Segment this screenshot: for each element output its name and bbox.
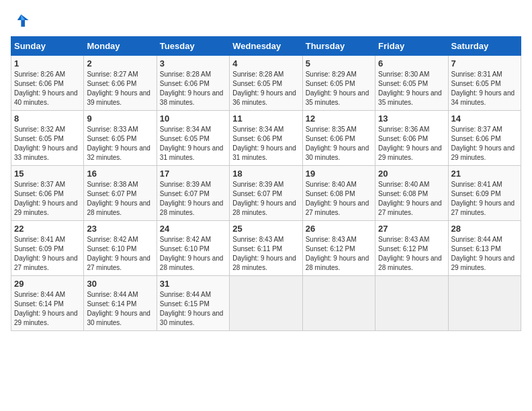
day-number: 24 <box>160 224 226 234</box>
weekday-header-saturday: Saturday <box>448 37 521 56</box>
day-info: Sunrise: 8:31 AMSunset: 6:05 PMDaylight:… <box>451 71 515 106</box>
calendar-cell: 13 Sunrise: 8:36 AMSunset: 6:06 PMDaylig… <box>375 111 448 166</box>
calendar-cell: 25 Sunrise: 8:43 AMSunset: 6:11 PMDaylig… <box>230 221 302 276</box>
calendar-cell: 23 Sunrise: 8:42 AMSunset: 6:10 PMDaylig… <box>84 221 157 276</box>
calendar-cell: 6 Sunrise: 8:30 AMSunset: 6:05 PMDayligh… <box>375 56 448 111</box>
calendar-cell: 2 Sunrise: 8:27 AMSunset: 6:06 PMDayligh… <box>84 56 157 111</box>
calendar-cell: 9 Sunrise: 8:33 AMSunset: 6:05 PMDayligh… <box>84 111 157 166</box>
day-info: Sunrise: 8:27 AMSunset: 6:06 PMDaylight:… <box>87 71 150 106</box>
calendar-week-row: 22 Sunrise: 8:41 AMSunset: 6:09 PMDaylig… <box>11 221 521 276</box>
day-number: 26 <box>306 224 372 234</box>
calendar-cell <box>302 276 375 331</box>
day-info: Sunrise: 8:29 AMSunset: 6:05 PMDaylight:… <box>306 71 369 106</box>
logo-icon <box>11 11 30 30</box>
day-info: Sunrise: 8:30 AMSunset: 6:05 PMDaylight:… <box>378 71 442 106</box>
calendar-week-row: 29 Sunrise: 8:44 AMSunset: 6:14 PMDaylig… <box>11 276 521 331</box>
weekday-header-tuesday: Tuesday <box>157 37 229 56</box>
day-info: Sunrise: 8:43 AMSunset: 6:12 PMDaylight:… <box>378 236 442 271</box>
day-number: 18 <box>232 169 299 179</box>
day-number: 31 <box>160 279 226 289</box>
calendar-cell: 24 Sunrise: 8:42 AMSunset: 6:10 PMDaylig… <box>157 221 229 276</box>
day-info: Sunrise: 8:44 AMSunset: 6:14 PMDaylight:… <box>87 291 150 326</box>
calendar-table: SundayMondayTuesdayWednesdayThursdayFrid… <box>11 36 521 331</box>
day-number: 28 <box>451 224 518 234</box>
calendar-cell <box>448 276 521 331</box>
logo <box>11 11 32 30</box>
day-number: 21 <box>451 169 518 179</box>
day-info: Sunrise: 8:42 AMSunset: 6:10 PMDaylight:… <box>87 236 150 271</box>
day-number: 6 <box>378 58 445 68</box>
day-number: 23 <box>87 224 153 234</box>
day-info: Sunrise: 8:43 AMSunset: 6:12 PMDaylight:… <box>306 236 369 271</box>
day-info: Sunrise: 8:34 AMSunset: 6:05 PMDaylight:… <box>160 126 224 161</box>
calendar-cell: 16 Sunrise: 8:38 AMSunset: 6:07 PMDaylig… <box>84 166 157 221</box>
day-number: 17 <box>160 169 226 179</box>
day-info: Sunrise: 8:28 AMSunset: 6:06 PMDaylight:… <box>160 71 224 106</box>
day-number: 5 <box>306 58 372 68</box>
day-number: 12 <box>306 113 372 124</box>
day-info: Sunrise: 8:44 AMSunset: 6:14 PMDaylight:… <box>14 291 78 326</box>
day-info: Sunrise: 8:33 AMSunset: 6:05 PMDaylight:… <box>87 126 150 161</box>
day-info: Sunrise: 8:38 AMSunset: 6:07 PMDaylight:… <box>87 181 150 216</box>
day-number: 27 <box>378 224 445 234</box>
calendar-cell: 30 Sunrise: 8:44 AMSunset: 6:14 PMDaylig… <box>84 276 157 331</box>
day-number: 25 <box>232 224 299 234</box>
day-info: Sunrise: 8:39 AMSunset: 6:07 PMDaylight:… <box>232 181 296 216</box>
calendar-cell: 7 Sunrise: 8:31 AMSunset: 6:05 PMDayligh… <box>448 56 521 111</box>
day-number: 14 <box>451 113 518 124</box>
day-info: Sunrise: 8:44 AMSunset: 6:13 PMDaylight:… <box>451 236 515 271</box>
day-number: 29 <box>14 279 81 289</box>
calendar-cell: 26 Sunrise: 8:43 AMSunset: 6:12 PMDaylig… <box>302 221 375 276</box>
calendar-cell: 27 Sunrise: 8:43 AMSunset: 6:12 PMDaylig… <box>375 221 448 276</box>
day-info: Sunrise: 8:41 AMSunset: 6:09 PMDaylight:… <box>14 236 78 271</box>
weekday-header-row: SundayMondayTuesdayWednesdayThursdayFrid… <box>11 37 521 56</box>
calendar-cell: 31 Sunrise: 8:44 AMSunset: 6:15 PMDaylig… <box>157 276 229 331</box>
day-number: 10 <box>160 113 226 124</box>
day-number: 22 <box>14 224 81 234</box>
weekday-header-sunday: Sunday <box>11 37 84 56</box>
calendar-cell: 15 Sunrise: 8:37 AMSunset: 6:06 PMDaylig… <box>11 166 84 221</box>
calendar-week-row: 1 Sunrise: 8:26 AMSunset: 6:06 PMDayligh… <box>11 56 521 111</box>
calendar-cell: 11 Sunrise: 8:34 AMSunset: 6:06 PMDaylig… <box>230 111 302 166</box>
weekday-header-monday: Monday <box>84 37 157 56</box>
day-info: Sunrise: 8:28 AMSunset: 6:05 PMDaylight:… <box>232 71 296 106</box>
day-number: 2 <box>87 58 153 68</box>
day-number: 1 <box>14 58 81 68</box>
calendar-cell: 10 Sunrise: 8:34 AMSunset: 6:05 PMDaylig… <box>157 111 229 166</box>
day-info: Sunrise: 8:41 AMSunset: 6:09 PMDaylight:… <box>451 181 515 216</box>
calendar-cell: 19 Sunrise: 8:40 AMSunset: 6:08 PMDaylig… <box>302 166 375 221</box>
day-info: Sunrise: 8:34 AMSunset: 6:06 PMDaylight:… <box>232 126 296 161</box>
day-info: Sunrise: 8:37 AMSunset: 6:06 PMDaylight:… <box>451 126 515 161</box>
day-number: 15 <box>14 169 81 179</box>
day-info: Sunrise: 8:42 AMSunset: 6:10 PMDaylight:… <box>160 236 224 271</box>
day-number: 19 <box>306 169 372 179</box>
day-number: 3 <box>160 58 226 68</box>
day-info: Sunrise: 8:44 AMSunset: 6:15 PMDaylight:… <box>160 291 224 326</box>
calendar-cell: 12 Sunrise: 8:35 AMSunset: 6:06 PMDaylig… <box>302 111 375 166</box>
day-number: 13 <box>378 113 445 124</box>
day-number: 4 <box>232 58 299 68</box>
calendar-cell: 28 Sunrise: 8:44 AMSunset: 6:13 PMDaylig… <box>448 221 521 276</box>
day-info: Sunrise: 8:37 AMSunset: 6:06 PMDaylight:… <box>14 181 78 216</box>
weekday-header-friday: Friday <box>375 37 448 56</box>
weekday-header-wednesday: Wednesday <box>230 37 302 56</box>
calendar-cell: 4 Sunrise: 8:28 AMSunset: 6:05 PMDayligh… <box>230 56 302 111</box>
day-info: Sunrise: 8:35 AMSunset: 6:06 PMDaylight:… <box>306 126 369 161</box>
day-number: 30 <box>87 279 153 289</box>
day-number: 16 <box>87 169 153 179</box>
calendar-cell: 22 Sunrise: 8:41 AMSunset: 6:09 PMDaylig… <box>11 221 84 276</box>
header <box>11 11 521 30</box>
calendar-cell <box>375 276 448 331</box>
calendar-cell: 1 Sunrise: 8:26 AMSunset: 6:06 PMDayligh… <box>11 56 84 111</box>
calendar-week-row: 8 Sunrise: 8:32 AMSunset: 6:05 PMDayligh… <box>11 111 521 166</box>
calendar-cell: 5 Sunrise: 8:29 AMSunset: 6:05 PMDayligh… <box>302 56 375 111</box>
day-number: 7 <box>451 58 518 68</box>
weekday-header-thursday: Thursday <box>302 37 375 56</box>
day-info: Sunrise: 8:40 AMSunset: 6:08 PMDaylight:… <box>306 181 369 216</box>
day-number: 9 <box>87 113 153 124</box>
day-number: 8 <box>14 113 81 124</box>
day-info: Sunrise: 8:26 AMSunset: 6:06 PMDaylight:… <box>14 71 78 106</box>
day-info: Sunrise: 8:43 AMSunset: 6:11 PMDaylight:… <box>232 236 296 271</box>
calendar-cell: 21 Sunrise: 8:41 AMSunset: 6:09 PMDaylig… <box>448 166 521 221</box>
calendar-cell: 20 Sunrise: 8:40 AMSunset: 6:08 PMDaylig… <box>375 166 448 221</box>
